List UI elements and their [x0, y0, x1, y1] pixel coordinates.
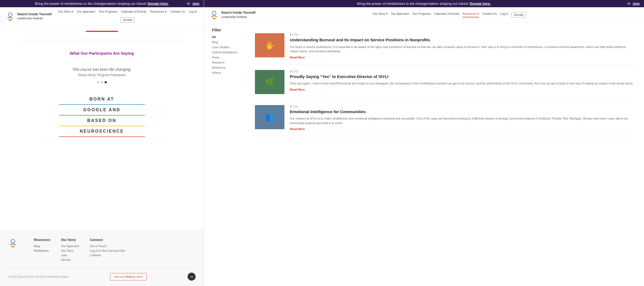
- footer-col-connect-title: Connect: [90, 238, 125, 242]
- blog-excerpt-1: For those in service professions, it is …: [290, 45, 636, 54]
- banner-join-link-right[interactable]: Join: [632, 2, 640, 6]
- blog-title-2: Proudly Saying "Yes" to Executive Direct…: [290, 74, 636, 79]
- born-line1: BORN AT: [11, 97, 193, 102]
- filter-guided-meditations[interactable]: Guided Meditations: [212, 51, 250, 54]
- born-line4: NEUROSCIENCE: [11, 129, 193, 134]
- born-underline-blue: [59, 104, 145, 105]
- filter-all[interactable]: All: [212, 35, 250, 39]
- right-nav-donate[interactable]: Donate: [511, 12, 526, 17]
- blog-read-more-2[interactable]: Read More: [290, 88, 636, 91]
- banner-email-icon-right: ✉: [627, 2, 630, 6]
- blog-thumb-3: 👥: [255, 105, 284, 129]
- footer-col-resources: Resources Blog Meditations: [34, 238, 50, 263]
- nav-login-left[interactable]: Log In: [189, 10, 197, 13]
- resources-content: Filter All Blog Case Studies Guided Medi…: [204, 23, 644, 142]
- svg-point-3: [11, 239, 15, 243]
- blog-excerpt-2: Time and again, I have found myself floo…: [290, 81, 636, 86]
- footer-link-approach[interactable]: Our Approach: [61, 244, 79, 248]
- right-panel: Bring the power of mindfulness to the ch…: [204, 0, 644, 286]
- footer-copyright: © 2021 Search Inside Yourself Leadership…: [8, 275, 69, 278]
- nav-contact-left[interactable]: Contact Us: [170, 10, 185, 13]
- logo-right: Search Inside Yourself Leadership Instit…: [209, 10, 255, 20]
- blog-excerpt-3: Our mission at SIYLI is to make mindfuln…: [290, 116, 636, 125]
- right-nav-programs[interactable]: Our Programs: [412, 12, 431, 17]
- logo-icon-right: [209, 10, 219, 20]
- right-nav-our-story[interactable]: Our Story ▾: [373, 12, 388, 17]
- footer-link-touch[interactable]: Get in Touch: [90, 244, 125, 248]
- testimonial-quote: This course has been life changing.: [11, 67, 193, 72]
- footer-link-meditations[interactable]: Meditations: [34, 249, 50, 252]
- nav-approach-left[interactable]: Our Approach: [77, 10, 95, 13]
- filter-research[interactable]: Research: [212, 61, 250, 64]
- testimonial-section: What Our Participants Are Saying This co…: [0, 48, 204, 89]
- filter-sidebar: Filter All Blog Case Studies Guided Medi…: [212, 28, 250, 136]
- right-nav-contact[interactable]: Contact Us: [482, 12, 497, 17]
- banner-email-icon-left: ✉: [187, 2, 190, 6]
- blog-content-3: Blog Emotional Intelligence for Communit…: [290, 105, 636, 131]
- filter-case-studies[interactable]: Case Studies: [212, 46, 250, 49]
- banner-text-left: Bring the power of mindfulness to the ch…: [35, 2, 147, 6]
- left-panel: Bring the power of mindfulness to the ch…: [0, 0, 204, 286]
- left-footer: Resources Blog Meditations Our Story Our…: [0, 230, 204, 286]
- footer-link-jobs[interactable]: Jobs: [61, 254, 79, 257]
- nav-calendar-left[interactable]: Calendar of Events: [121, 10, 147, 13]
- filter-blog[interactable]: Blog: [212, 40, 250, 44]
- blog-thumb-2: 🌿: [255, 70, 284, 94]
- top-banner-right: Bring the power of mindfulness to the ch…: [204, 0, 644, 7]
- blog-read-more-3[interactable]: Read More: [290, 127, 636, 131]
- right-nav-resources[interactable]: Resources ▾: [462, 12, 479, 17]
- filter-resilience[interactable]: Resilience: [212, 66, 250, 69]
- filter-press[interactable]: Press: [212, 56, 250, 59]
- logo-left: Search Inside Yourself Leadership Instit…: [5, 12, 52, 21]
- blog-label-2: Blog: [290, 70, 636, 73]
- carousel-dot-3[interactable]: [105, 81, 107, 83]
- footer-link-our-story[interactable]: Our Story: [61, 249, 79, 252]
- banner-join-link-left[interactable]: Join: [192, 2, 199, 6]
- filter-videos[interactable]: Videos: [212, 71, 250, 74]
- logo-icon-left: [5, 12, 15, 21]
- born-underline-yellow: [59, 126, 145, 126]
- footer-link-learning-hub[interactable]: Log in to the Learning Hub: [90, 249, 125, 252]
- blog-label-3: Blog: [290, 105, 636, 108]
- top-banner-left: Bring the power of mindfulness to the ch…: [0, 0, 204, 7]
- logo-name-right: Search Inside Yourself: [221, 11, 255, 14]
- nav-donate-left[interactable]: Donate: [120, 17, 135, 23]
- footer-link-donate[interactable]: Donate: [61, 258, 79, 261]
- banner-donate-link-right[interactable]: Donate here.: [470, 2, 491, 6]
- mailing-list-button[interactable]: Join our Mailing List ▾: [110, 273, 147, 280]
- carousel-dots: [11, 81, 193, 83]
- carousel-dot-2[interactable]: [101, 81, 103, 83]
- logo-name-left: Search Inside Yourself: [17, 12, 52, 16]
- blog-title-3: Emotional Intelligence for Communities: [290, 109, 636, 114]
- nav-our-story-left[interactable]: Our Story ▾: [58, 10, 73, 13]
- filter-title: Filter: [212, 28, 250, 32]
- blog-post-1: 🖐️ Blog Understanding Burnout and Its Im…: [255, 28, 636, 65]
- blog-post-2: 🌿 Blog Proudly Saying "Yes" to Executive…: [255, 65, 636, 100]
- left-main-content: What Our Participants Are Saying This co…: [0, 25, 204, 230]
- footer-link-blog[interactable]: Blog: [34, 244, 50, 248]
- footer-link-linkedin[interactable]: LinkedIn: [90, 254, 125, 257]
- red-line-accent: [86, 31, 118, 32]
- footer-logo-icon: [8, 238, 18, 248]
- blog-read-more-1[interactable]: Read More: [290, 56, 636, 59]
- carousel-dot-1[interactable]: [97, 81, 99, 83]
- blog-post-3: 👥 Blog Emotional Intelligence for Commun…: [255, 100, 636, 136]
- nav-programs-left[interactable]: Our Programs: [99, 10, 118, 13]
- divider-dots: [11, 58, 193, 63]
- svg-point-6: [212, 11, 216, 15]
- nav-links-right: Our Story ▾ Our Approach Our Programs Ca…: [260, 12, 639, 17]
- footer-col-resources-title: Resources: [34, 238, 50, 242]
- divider-top: [20, 40, 183, 40]
- right-nav-calendar[interactable]: Calendar of Events: [434, 12, 459, 17]
- right-nav-login[interactable]: Log In: [500, 12, 508, 17]
- footer-bottom: © 2021 Search Inside Yourself Leadership…: [8, 268, 196, 281]
- footer-col-story: Our Story Our Approach Our Story Jobs Do…: [61, 238, 79, 263]
- nav-resources-left[interactable]: Resources ▾: [150, 10, 167, 13]
- footer-col-story-title: Our Story: [61, 238, 79, 242]
- testimonial-author: Gloria Hurst, Program Participant: [11, 73, 193, 77]
- svg-point-0: [8, 13, 12, 17]
- banner-donate-link-left[interactable]: Donate here.: [148, 2, 169, 6]
- testimonial-title: What Our Participants Are Saying: [11, 51, 193, 55]
- cookie-badge[interactable]: co: [188, 273, 196, 281]
- right-nav-approach[interactable]: Our Approach: [391, 12, 409, 17]
